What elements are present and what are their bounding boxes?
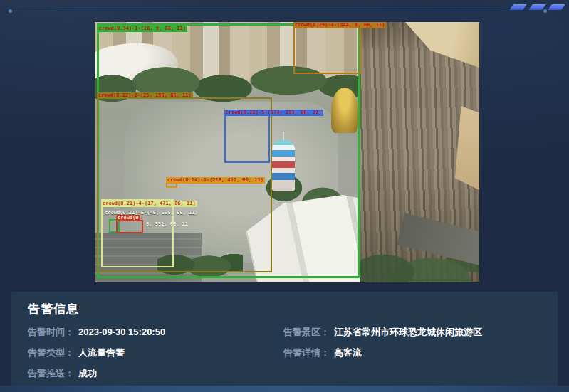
alert-field-label: 告警详情： <box>283 346 330 360</box>
bottom-bar <box>0 386 569 392</box>
alert-fields-right: 告警景区：江苏省常州市环球恐龙城休闲旅游区告警详情：高客流 <box>283 325 541 387</box>
alert-field-row: 告警类型：人流量告警 <box>28 346 283 360</box>
alert-fields-left: 告警时间：2023-09-30 15:20:50告警类型：人流量告警告警推送：成… <box>28 325 283 387</box>
decoration-bar-icon <box>548 4 565 10</box>
detection-box: crowd(0.22)-5-(374, 253, 66, 11) <box>224 115 270 163</box>
alert-field-value: 人流量告警 <box>78 346 125 360</box>
alert-field-value: 2023-09-30 15:20:50 <box>78 325 165 339</box>
page: crowd(0.34)-1-(20, 9, 66, 11)crowd(0.22)… <box>0 0 569 392</box>
detection-overlay: crowd(0.34)-1-(20, 9, 66, 11)crowd(0.22)… <box>95 22 479 282</box>
alert-info-panel: 告警信息 告警时间：2023-09-30 15:20:50告警类型：人流量告警告… <box>11 292 558 386</box>
detection-label: crowd(0.34)-1-(20, 9, 66, 11) <box>98 26 187 32</box>
alert-fields: 告警时间：2023-09-30 15:20:50告警类型：人流量告警告警推送：成… <box>28 325 541 387</box>
alert-field-value: 高客流 <box>334 346 362 360</box>
detection-label: crowd(0.24)-8-(228, 437, 66, 11) <box>166 177 265 184</box>
detection-box: crowd(0.28)-4-(344, 9, 66, 11) <box>293 27 361 74</box>
header-divider <box>10 11 545 11</box>
detection-box: crowd(0 <box>116 220 143 233</box>
detection-text-overlay: 8, 551, 66, 11 <box>146 221 188 228</box>
alert-field-row: 告警景区：江苏省常州市环球恐龙城休闲旅游区 <box>283 325 541 339</box>
alert-field-label: 告警推送： <box>28 366 74 381</box>
alert-field-value: 成功 <box>78 366 97 381</box>
decoration-bar-icon <box>509 4 527 10</box>
divider-dot-right <box>543 9 547 13</box>
divider-dot-left <box>9 9 12 13</box>
alert-field-row: 告警推送：成功 <box>28 366 283 381</box>
alert-field-label: 告警景区： <box>283 325 330 339</box>
decoration-bars-icon <box>506 0 563 6</box>
detection-label: crowd(0.28)-4-(344, 9, 66, 11) <box>293 22 386 28</box>
detection-label: crowd(0.21)-4-(17, 471, 66, 11) <box>101 201 197 207</box>
detection-box: crowd(0.24)-8-(228, 437, 66, 11) <box>166 182 177 188</box>
alert-panel-title: 告警信息 <box>28 301 541 317</box>
alert-field-row: 告警详情：高客流 <box>283 346 541 360</box>
detection-label: crowd(0.22)-2-(25, 190, 66, 11) <box>97 92 193 99</box>
alert-field-value: 江苏省常州市环球恐龙城休闲旅游区 <box>334 325 482 339</box>
detection-text-overlay: crowd(0.21)-6-(46, 505, 66, 11) <box>105 210 198 216</box>
detection-label: crowd(0.22)-5-(374, 253, 66, 11) <box>224 110 323 116</box>
alert-field-row: 告警时间：2023-09-30 15:20:50 <box>28 325 283 339</box>
surveillance-image: crowd(0.34)-1-(20, 9, 66, 11)crowd(0.22)… <box>95 22 479 282</box>
alert-field-label: 告警时间： <box>28 325 74 339</box>
alert-field-label: 告警类型： <box>28 346 74 360</box>
